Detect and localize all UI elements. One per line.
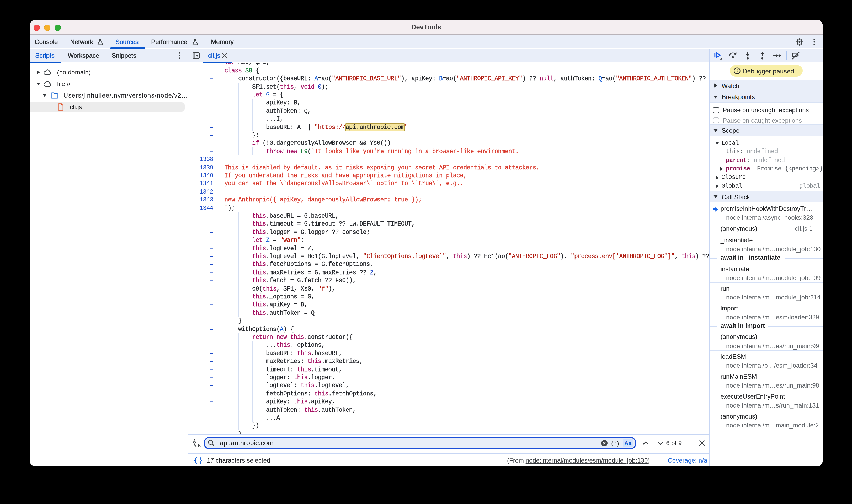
svg-text:B: B [197,444,201,448]
svg-text:A: A [193,439,196,444]
